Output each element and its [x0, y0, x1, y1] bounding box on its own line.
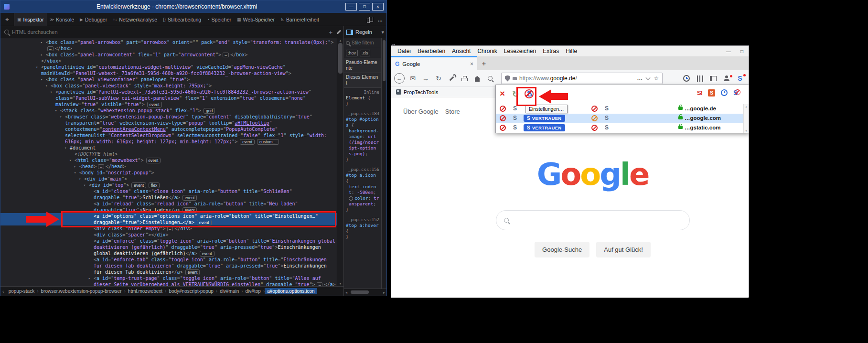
- css-declaration[interactable]: color: transparent;: [346, 195, 379, 207]
- print-button[interactable]: [460, 75, 469, 81]
- markup-line[interactable]: ▾<panelview id="PanelUI-webext-_73a6fe31…: [0, 89, 337, 107]
- rule-source-link[interactable]: _pup.css:152: [346, 217, 379, 223]
- pick-element-button[interactable]: ⌖: [0, 13, 14, 26]
- badge-custom[interactable]: custom…: [257, 139, 279, 145]
- disable-tab-restrictions-icon[interactable]: S: [708, 89, 715, 96]
- search-input[interactable]: [496, 210, 690, 230]
- badge-flex[interactable]: flex: [149, 182, 160, 188]
- pocket-icon[interactable]: [646, 75, 651, 80]
- sidebar-hscrollbar[interactable]: ◂ ▸: [344, 289, 386, 296]
- bookmark-star-icon[interactable]: ☆: [654, 75, 659, 82]
- badge-event[interactable]: event: [185, 269, 200, 275]
- maximize-button[interactable]: □: [359, 3, 370, 11]
- collapsed-content[interactable]: …: [317, 282, 323, 286]
- devtools-tab-web-speicher[interactable]: ▦Web-Speicher: [234, 13, 278, 26]
- scroll-up-icon[interactable]: ▴: [337, 39, 343, 43]
- markup-line[interactable]: ▾<box class="panel-viewcontainer" panelo…: [0, 76, 337, 83]
- responsive-design-icon[interactable]: [369, 17, 373, 22]
- popup-scrollbar[interactable]: ▴ ▾: [743, 104, 749, 133]
- scroll-right-icon[interactable]: ▸: [383, 290, 385, 295]
- reload-icon[interactable]: ↻: [434, 75, 443, 82]
- scroll-down-icon[interactable]: ▾: [744, 129, 749, 132]
- popup-close-icon[interactable]: ×: [500, 88, 505, 99]
- search-input[interactable]: HTML durchsuchen: [12, 29, 58, 35]
- mail-icon[interactable]: ✉: [408, 75, 418, 82]
- devtools-tab-speicher[interactable]: ◔Speicher: [204, 13, 234, 26]
- devtools-titlebar[interactable]: Entwicklerwerkzeuge - chrome://browser/c…: [0, 0, 386, 13]
- forbid-icon[interactable]: [591, 125, 598, 131]
- forbid-icon[interactable]: [500, 125, 506, 131]
- breadcrumb-scroll-left-icon[interactable]: ‹: [0, 289, 6, 294]
- markup-line[interactable]: <a id="close" class="close icon" aria-ro…: [0, 188, 337, 201]
- three-pane-toggle-icon[interactable]: [346, 30, 353, 35]
- markup-line[interactable]: <a id="enforce-tab" class="toggle icon" …: [0, 257, 337, 275]
- expander-icon[interactable]: ▾: [60, 114, 62, 120]
- css-declaration[interactable]: text-indent: -500em;: [346, 184, 379, 195]
- collapsed-content[interactable]: …: [47, 46, 54, 51]
- forbid-icon[interactable]: [500, 115, 506, 121]
- noscript-site-row[interactable]: SSVERTRAUENS…google.com: [496, 114, 744, 123]
- chevron-down-icon[interactable]: ▾: [381, 29, 384, 35]
- toggle-class-button[interactable]: .cls: [360, 50, 370, 56]
- markup-line[interactable]: ▸<box class="panel-arrowcontent" flex="1…: [0, 52, 337, 58]
- tab-close-icon[interactable]: ×: [470, 61, 473, 67]
- forbid-icon[interactable]: [500, 106, 506, 112]
- forbid-icon[interactable]: [591, 115, 598, 121]
- collapsed-content[interactable]: …: [98, 164, 104, 169]
- breadcrumb-item[interactable]: popup-stack: [6, 288, 37, 294]
- scroll-down-icon[interactable]: ▾: [337, 282, 343, 286]
- badge-event[interactable]: event: [240, 139, 255, 145]
- markup-scrollbar[interactable]: ▴ ▾: [337, 38, 343, 286]
- scrollbar-thumb[interactable]: [351, 290, 369, 294]
- markup-line[interactable]: ▾<body id="noscript-popup">: [0, 170, 337, 176]
- markup-line[interactable]: </vbox>: [0, 58, 337, 64]
- badge-event[interactable]: event: [147, 102, 162, 107]
- trust-button[interactable]: SVERTRAUEN: [524, 115, 565, 122]
- toggle-hover-button[interactable]: :hov: [346, 50, 358, 56]
- markup-line[interactable]: ▾<panelmultiview id="customizationui-wid…: [0, 64, 337, 76]
- badge-event[interactable]: event: [182, 195, 197, 201]
- rule-source-link[interactable]: _pup.css:156: [346, 167, 379, 172]
- markup-line[interactable]: <!DOCTYPE html>: [0, 151, 337, 157]
- search-button[interactable]: [485, 76, 495, 81]
- expander-icon[interactable]: ▸: [88, 276, 90, 282]
- forward-icon[interactable]: →: [421, 75, 430, 82]
- add-node-button[interactable]: +: [329, 29, 332, 36]
- pseudo-elements-header[interactable]: Pseudo-Elemente: [344, 58, 381, 73]
- tab-google[interactable]: G Google ×: [391, 56, 477, 70]
- minimize-button[interactable]: —: [722, 46, 735, 56]
- devtools-tab-netzwerkanalyse[interactable]: ↑↓Netzwerkanalyse: [110, 13, 160, 26]
- breadcrumb-item[interactable]: div#main: [217, 288, 241, 294]
- tab-rules[interactable]: Regeln: [355, 29, 372, 35]
- breadcrumb-item[interactable]: html.mozwebext: [126, 288, 165, 294]
- badge-event[interactable]: event: [200, 251, 214, 257]
- noscript-toolbar-button[interactable]: S: [735, 75, 745, 82]
- disable-restrictions-icon[interactable]: S!: [697, 89, 702, 96]
- menu-hilfe[interactable]: Hilfe: [562, 48, 580, 54]
- button-google-suche[interactable]: Google-Suche: [535, 242, 589, 257]
- link-store[interactable]: Store: [445, 108, 460, 115]
- badge-grid[interactable]: grid: [204, 108, 215, 114]
- markup-line[interactable]: ▾<div id="main">: [0, 176, 337, 182]
- account-button[interactable]: [722, 75, 731, 81]
- rule-selector[interactable]: Element: [346, 95, 365, 100]
- revoke-temp-icon[interactable]: S: [733, 89, 741, 96]
- markup-line[interactable]: ▾#document: [0, 145, 337, 151]
- scrollbar-thumb[interactable]: [383, 40, 386, 81]
- url-bar[interactable]: https://www.google.de/ … ☆: [501, 73, 663, 84]
- style-filter[interactable]: Stile filtern: [344, 38, 381, 48]
- menu-datei[interactable]: Datei: [394, 48, 414, 54]
- script-icon[interactable]: S: [513, 105, 517, 112]
- link-über-google[interactable]: Über Google: [403, 108, 439, 115]
- script-icon[interactable]: S: [513, 124, 517, 131]
- breadcrumb-item[interactable]: div#top: [243, 288, 263, 294]
- trust-button[interactable]: SVERTRAUEN: [524, 124, 565, 131]
- badge-event[interactable]: event: [131, 182, 146, 188]
- markup-line[interactable]: ▾<stack class="webextension-popup-stack"…: [0, 107, 337, 114]
- rule-source-link[interactable]: _pup.css:183: [346, 111, 379, 117]
- maximize-button[interactable]: □: [735, 46, 749, 56]
- expander-icon[interactable]: ▾: [50, 89, 52, 96]
- devtools-tab-konsole[interactable]: ≫Konsole: [47, 13, 77, 26]
- markup-line[interactable]: ▾<html class="mozwebext">event: [0, 157, 337, 163]
- minimize-button[interactable]: —: [345, 3, 357, 11]
